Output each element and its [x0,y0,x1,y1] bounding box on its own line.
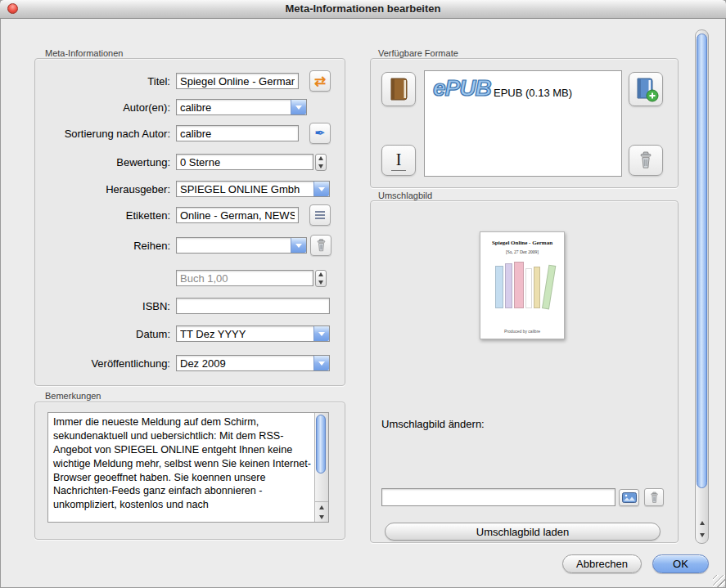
field-label-title: Titel: [34,75,170,88]
window-title: Meta-Informationen bearbeiten [0,2,726,15]
scroll-down-icon[interactable] [315,512,328,522]
rating-input[interactable] [176,154,313,170]
series-index-input[interactable] [176,270,313,286]
meta-group-label: Meta-Informationen [45,48,123,58]
resize-grip[interactable] [713,575,725,587]
load-cover-button[interactable]: Umschlagbild laden [385,523,661,541]
authors-combo[interactable] [176,99,307,115]
swap-title-author-button[interactable]: ⇄ [309,70,331,92]
cover-spines-graphic [480,261,564,308]
series-combo[interactable] [176,237,307,254]
dialog-window: Meta-Informationen bearbeiten Meta-Infor… [0,0,726,588]
format-item-label[interactable]: EPUB (0.13 MB) [494,87,572,99]
chevron-down-icon[interactable] [291,238,306,253]
add-book-icon [633,76,659,102]
field-label-publisher: Herausgeber: [34,183,170,195]
cover-thumbnail: Spiegel Online - German [Sa, 27 Dez 2009… [480,231,565,339]
chevron-down-icon[interactable] [313,356,329,370]
published-combo[interactable] [176,355,330,371]
series-index-stepper[interactable] [315,270,327,287]
stepper-up-icon[interactable] [316,271,326,279]
stepper-up-icon[interactable] [316,155,326,163]
cover-date: [Sa, 27 Dez 2009] [480,249,564,254]
cover-title: Spiegel Online - German [480,240,564,246]
clear-series-button[interactable] [310,235,331,256]
formats-list[interactable]: ePUB EPUB (0.13 MB) [424,70,622,177]
tags-editor-button[interactable] [309,204,331,226]
browse-cover-button[interactable] [619,489,639,506]
scroll-up-icon[interactable] [696,517,708,529]
comments-textarea[interactable]: Immer die neueste Meldung auf dem Schirm… [48,413,314,522]
publisher-combo-input[interactable] [177,182,313,196]
field-label-author-sort: Sortierung nach Autor: [34,128,170,140]
stepper-down-icon[interactable] [316,279,326,287]
titlebar[interactable]: Meta-Informationen bearbeiten [0,0,726,19]
dialog-scrollbar-thumb[interactable] [697,34,707,488]
comments-scrollbar-thumb[interactable] [316,415,326,474]
swap-icon: ⇄ [314,74,326,88]
field-label-published: Veröffentlichung: [34,357,170,370]
trash-icon [315,239,327,252]
auto-author-sort-button[interactable]: ✒ [309,123,331,144]
formats-group-label: Verfügbare Formate [378,48,458,58]
date-combo[interactable] [176,325,330,342]
series-combo-input[interactable] [177,238,291,253]
field-label-authors: Autor(en): [34,101,170,114]
metadata-i-icon: I [391,150,407,171]
cancel-button[interactable]: Abbrechen [562,554,642,573]
publisher-combo[interactable] [176,181,330,197]
trash-icon [649,491,660,504]
chevron-down-icon[interactable] [313,182,329,196]
scroll-down-icon[interactable] [696,529,708,541]
field-label-tags: Etiketten: [34,209,170,222]
tags-input[interactable] [176,207,299,223]
trash-icon [638,151,654,169]
scroll-up-icon[interactable] [315,502,328,512]
epub-logo: ePUB [433,75,491,101]
comments-scrollbar[interactable] [314,413,328,522]
view-format-button[interactable] [381,72,416,106]
isbn-input[interactable] [176,298,330,314]
field-label-isbn: ISBN: [34,300,170,312]
chevron-down-icon[interactable] [313,326,329,341]
ok-button[interactable]: OK [652,554,709,573]
cover-credit: Produced by calibre [480,329,564,334]
dialog-scrollbar[interactable] [695,29,709,544]
remove-format-button[interactable] [629,145,663,176]
author-sort-input[interactable] [176,125,299,141]
cover-group-label: Umschlagbild [378,191,432,200]
title-input[interactable] [176,73,299,89]
picture-icon [622,492,637,503]
comments-field[interactable]: Immer die neueste Meldung auf dem Schirm… [47,412,329,523]
published-combo-input[interactable] [177,356,313,370]
list-icon [314,210,326,220]
date-combo-input[interactable] [177,326,313,341]
set-metadata-from-format-button[interactable]: I [381,145,416,176]
add-format-button[interactable] [629,72,663,106]
pen-icon: ✒ [314,127,325,140]
field-label-rating: Bewertung: [34,156,170,168]
stepper-down-icon[interactable] [316,163,326,171]
cover-change-label: Umschlagbild ändern: [381,418,485,430]
field-label-date: Datum: [34,328,170,340]
comments-group-label: Bemerkungen [45,391,101,401]
chevron-down-icon[interactable] [291,100,306,114]
cover-path-input[interactable] [381,488,616,506]
book-icon [386,76,411,102]
field-label-series: Reihen: [34,240,170,252]
authors-combo-input[interactable] [177,100,291,114]
reset-cover-button[interactable] [644,488,664,506]
rating-stepper[interactable] [315,154,327,171]
